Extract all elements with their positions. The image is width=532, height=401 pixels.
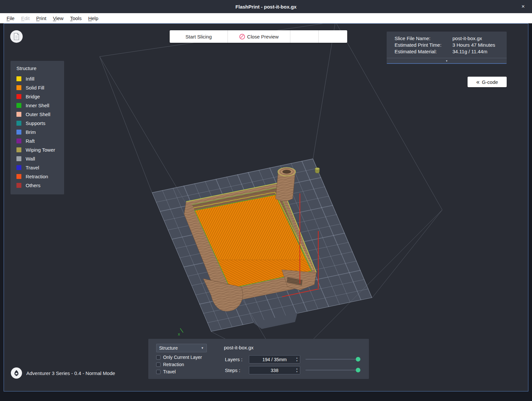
stepper-up-icon[interactable]: ▲ bbox=[296, 368, 298, 370]
gcode-button[interactable]: « G-code bbox=[468, 77, 507, 87]
flashforge-logo-icon bbox=[11, 367, 22, 379]
stepper-down-icon[interactable]: ▼ bbox=[296, 360, 298, 362]
chevron-down-icon: ▼ bbox=[201, 346, 204, 350]
only-current-layer-checkbox[interactable]: Only Current Layer bbox=[156, 355, 202, 360]
sliced-model bbox=[184, 167, 320, 311]
start-slicing-button[interactable]: Start Slicing bbox=[170, 30, 228, 43]
legend-title: Structure bbox=[16, 65, 64, 71]
svg-text:x: x bbox=[178, 332, 180, 337]
menu-file[interactable]: File bbox=[3, 14, 18, 22]
window-title: FlashPrint - post-it-box.gx bbox=[235, 4, 297, 10]
slider-track[interactable] bbox=[305, 359, 360, 360]
preview-file-name: post-it-box.gx bbox=[224, 345, 254, 350]
info-row-material: Estimated Material: 34.11g / 11.44m bbox=[395, 48, 507, 55]
3d-viewport[interactable]: x bbox=[4, 24, 528, 391]
close-preview-button[interactable]: Close Preview bbox=[228, 30, 290, 43]
color-swatch bbox=[16, 156, 21, 161]
steps-slider[interactable] bbox=[305, 368, 360, 372]
slider-knob[interactable] bbox=[356, 357, 360, 362]
printer-name-text: Adventurer 3 Series - 0.4 - Normal Mode bbox=[26, 370, 115, 376]
legend-item-bridge: Bridge bbox=[16, 92, 64, 101]
color-swatch bbox=[16, 103, 21, 108]
close-preview-label: Close Preview bbox=[247, 34, 279, 39]
checkbox bbox=[156, 355, 160, 360]
color-swatch bbox=[16, 138, 21, 143]
color-swatch bbox=[16, 112, 21, 117]
color-swatch bbox=[16, 121, 21, 126]
steps-input[interactable]: 338 ▲ ▼ bbox=[249, 366, 300, 374]
menu-help[interactable]: Help bbox=[85, 14, 102, 22]
legend-item-others: Others bbox=[16, 181, 64, 190]
layers-stepper[interactable]: ▲ ▼ bbox=[295, 356, 299, 363]
layers-slider[interactable] bbox=[305, 357, 360, 362]
color-swatch bbox=[16, 85, 21, 90]
info-label: Slice File Name: bbox=[395, 35, 452, 42]
info-label: Estimated Print Time: bbox=[395, 42, 452, 48]
menu-bar: File Edit Print View Tools Help bbox=[0, 13, 532, 23]
menu-view[interactable]: View bbox=[50, 14, 67, 22]
view-mode-select[interactable]: Structure ▼ bbox=[156, 344, 207, 352]
legend-item-infill: Infill bbox=[16, 74, 64, 83]
slice-info-panel: Slice File Name: post-it-box.gx Estimate… bbox=[387, 32, 507, 64]
info-value: post-it-box.gx bbox=[452, 35, 507, 42]
x-axis-marker: x bbox=[178, 328, 183, 337]
color-swatch bbox=[16, 174, 21, 179]
legend-item-wall: Wall bbox=[16, 154, 64, 163]
start-slicing-label: Start Slicing bbox=[185, 34, 212, 39]
slider-knob[interactable] bbox=[356, 368, 360, 372]
structure-legend: Structure Infill Solid Fill Bridge Inner… bbox=[11, 61, 64, 194]
file-info-button[interactable] bbox=[10, 30, 23, 43]
menu-print[interactable]: Print bbox=[33, 14, 50, 22]
steps-stepper[interactable]: ▲ ▼ bbox=[295, 367, 299, 373]
info-label: Estimated Material: bbox=[395, 48, 452, 55]
slider-track[interactable] bbox=[305, 370, 360, 370]
layers-input[interactable]: 194 / 35mm ▲ ▼ bbox=[249, 355, 300, 363]
steps-value: 338 bbox=[271, 368, 278, 373]
travel-checkbox[interactable]: Travel bbox=[156, 369, 176, 374]
legend-item-wiping-tower: Wiping Tower bbox=[16, 145, 64, 154]
viewport-frame: x bbox=[4, 23, 528, 391]
stepper-up-icon[interactable]: ▲ bbox=[296, 357, 298, 359]
steps-label: Steps : bbox=[225, 367, 240, 373]
menu-edit: Edit bbox=[18, 14, 33, 22]
double-chevron-left-icon: « bbox=[476, 79, 479, 85]
no-entry-icon bbox=[239, 34, 245, 39]
toolbar-extra-segment-2[interactable] bbox=[318, 30, 347, 43]
toolbar-extra-segment-1[interactable] bbox=[290, 30, 318, 43]
legend-item-solid-fill: Solid Fill bbox=[16, 83, 64, 92]
gcode-label: G-code bbox=[482, 79, 498, 85]
legend-item-travel: Travel bbox=[16, 163, 64, 172]
view-mode-value: Structure bbox=[159, 345, 178, 351]
app-window: FlashPrint - post-it-box.gx × File Edit … bbox=[0, 0, 532, 401]
checkbox bbox=[156, 363, 160, 367]
menu-tools[interactable]: Tools bbox=[67, 14, 85, 22]
info-panel-collapse[interactable]: ▾ bbox=[387, 58, 507, 63]
legend-item-inner-shell: Inner Shell bbox=[16, 101, 64, 110]
preview-toolbar: Start Slicing Close Preview bbox=[170, 30, 347, 43]
info-value: 34.11g / 11.44m bbox=[452, 48, 507, 55]
document-icon bbox=[13, 33, 19, 40]
stepper-down-icon[interactable]: ▼ bbox=[296, 371, 298, 373]
legend-item-raft: Raft bbox=[16, 137, 64, 145]
retraction-checkbox[interactable]: Retraction bbox=[156, 362, 184, 367]
legend-item-retraction: Retraction bbox=[16, 172, 64, 181]
color-swatch bbox=[16, 147, 21, 152]
color-swatch bbox=[16, 76, 21, 81]
wiping-tower-object bbox=[315, 168, 320, 173]
chevron-down-icon: ▾ bbox=[446, 59, 447, 63]
layers-label: Layers : bbox=[225, 357, 242, 362]
legend-item-outer-shell: Outer Shell bbox=[16, 110, 64, 119]
3d-preview-canvas[interactable]: x bbox=[4, 24, 528, 391]
color-swatch bbox=[16, 165, 21, 170]
layers-value: 194 / 35mm bbox=[262, 357, 287, 362]
color-swatch bbox=[16, 130, 21, 135]
info-value: 3 Hours 47 Minutes bbox=[452, 42, 507, 48]
info-row-print-time: Estimated Print Time: 3 Hours 47 Minutes bbox=[395, 42, 507, 48]
close-window-button[interactable]: × bbox=[520, 0, 527, 13]
preview-controls-panel: Structure ▼ Only Current Layer Retractio… bbox=[148, 339, 369, 379]
checkbox bbox=[156, 370, 160, 374]
title-bar: FlashPrint - post-it-box.gx × bbox=[0, 0, 532, 13]
color-swatch bbox=[16, 94, 21, 99]
legend-item-supports: Supports bbox=[16, 119, 64, 128]
color-swatch bbox=[16, 183, 21, 188]
